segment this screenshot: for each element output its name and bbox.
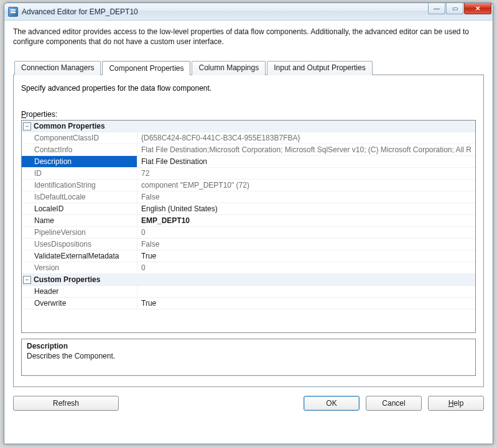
prop-row-identificationstring[interactable]: IdentificationString component "EMP_DEPT…: [22, 180, 475, 191]
page-subhead: Specify advanced properties for the data…: [21, 84, 476, 93]
prop-row-description[interactable]: Description Flat File Destination: [22, 156, 475, 168]
refresh-button[interactable]: Refresh: [13, 396, 119, 411]
prop-value[interactable]: [137, 286, 475, 297]
prop-value: component "EMP_DEPT10" (72): [137, 180, 475, 191]
titlebar[interactable]: Advanced Editor for EMP_DEPT10 — ▭ ✕: [4, 3, 493, 21]
tab-column-mappings[interactable]: Column Mappings: [192, 61, 266, 75]
prop-row-validateexternalmetadata[interactable]: ValidateExternalMetadata True: [22, 250, 475, 262]
tabstrip: Connection Managers Component Properties…: [14, 61, 484, 75]
prop-row-version[interactable]: Version 0: [22, 262, 475, 274]
prop-name: Overwrite: [22, 298, 137, 309]
prop-value[interactable]: True: [137, 250, 475, 262]
prop-row-pipelineversion[interactable]: PipelineVersion 0: [22, 227, 475, 239]
category-custom[interactable]: − Custom Properties: [22, 274, 475, 286]
prop-value: False: [137, 191, 475, 203]
description-panel: Description Describes the Component.: [21, 339, 476, 376]
prop-row-localeid[interactable]: LocaleID English (United States): [22, 203, 475, 215]
prop-value: 0: [137, 227, 475, 238]
collapse-icon[interactable]: −: [23, 122, 31, 130]
prop-value: 72: [137, 168, 475, 179]
ok-button[interactable]: OK: [304, 396, 360, 411]
prop-row-name[interactable]: Name EMP_DEPT10: [22, 215, 475, 227]
prop-value: {D658C424-8CF0-441C-B3C4-955E183B7FBA}: [137, 132, 475, 144]
prop-name: ContactInfo: [22, 144, 137, 155]
window-title: Advanced Editor for EMP_DEPT10: [22, 7, 138, 16]
prop-name: ID: [22, 168, 137, 179]
category-label: Common Properties: [34, 122, 105, 130]
app-icon: [8, 7, 18, 17]
prop-name: Header: [22, 286, 137, 297]
category-common[interactable]: − Common Properties: [22, 121, 475, 132]
prop-value: 0: [137, 262, 475, 273]
prop-name: IdentificationString: [22, 180, 137, 191]
prop-name: ValidateExternalMetadata: [22, 250, 137, 262]
prop-name: ComponentClassID: [22, 132, 137, 144]
prop-value: False: [137, 239, 475, 250]
tab-component-properties[interactable]: Component Properties: [102, 61, 190, 75]
prop-row-header[interactable]: Header: [22, 286, 475, 298]
collapse-icon[interactable]: −: [23, 276, 31, 284]
cancel-button[interactable]: Cancel: [366, 396, 422, 411]
prop-value[interactable]: Flat File Destination: [137, 156, 475, 167]
maximize-button[interactable]: ▭: [446, 3, 463, 14]
prop-name: Version: [22, 262, 137, 273]
prop-row-isdefaultlocale[interactable]: IsDefaultLocale False: [22, 191, 475, 203]
prop-name: PipelineVersion: [22, 227, 137, 238]
prop-value: Flat File Destination;Microsoft Corporat…: [137, 144, 475, 155]
client-area: The advanced editor provides access to t…: [4, 21, 493, 444]
dialog-window: Advanced Editor for EMP_DEPT10 — ▭ ✕ The…: [4, 2, 493, 444]
property-grid[interactable]: − Common Properties ComponentClassID {D6…: [21, 120, 476, 333]
category-label: Custom Properties: [34, 275, 100, 284]
tab-input-output-properties[interactable]: Input and Output Properties: [267, 61, 372, 75]
prop-name: Description: [22, 156, 137, 167]
minimize-button[interactable]: —: [428, 3, 445, 14]
window-buttons: — ▭ ✕: [427, 3, 491, 20]
prop-row-id[interactable]: ID 72: [22, 168, 475, 180]
help-button[interactable]: Help: [428, 396, 484, 411]
properties-label: Properties:: [21, 110, 476, 119]
description-title: Description: [27, 342, 470, 350]
prop-value[interactable]: EMP_DEPT10: [137, 215, 475, 226]
prop-row-overwrite[interactable]: Overwrite True: [22, 298, 475, 309]
tab-page: Specify advanced properties for the data…: [13, 75, 484, 387]
prop-name: UsesDispositions: [22, 239, 137, 250]
close-button[interactable]: ✕: [464, 3, 491, 14]
prop-value[interactable]: English (United States): [137, 203, 475, 214]
prop-name: Name: [22, 215, 137, 226]
prop-name: LocaleID: [22, 203, 137, 214]
description-body: Describes the Component.: [27, 352, 470, 360]
prop-value[interactable]: True: [137, 298, 475, 309]
prop-row-contactinfo[interactable]: ContactInfo Flat File Destination;Micros…: [22, 144, 475, 156]
tab-connection-managers[interactable]: Connection Managers: [14, 61, 101, 75]
footer: Refresh OK Cancel Help: [13, 396, 484, 411]
prop-row-usesdispositions[interactable]: UsesDispositions False: [22, 239, 475, 250]
intro-text: The advanced editor provides access to t…: [13, 27, 484, 47]
prop-row-componentclassid[interactable]: ComponentClassID {D658C424-8CF0-441C-B3C…: [22, 132, 475, 144]
prop-name: IsDefaultLocale: [22, 191, 137, 203]
